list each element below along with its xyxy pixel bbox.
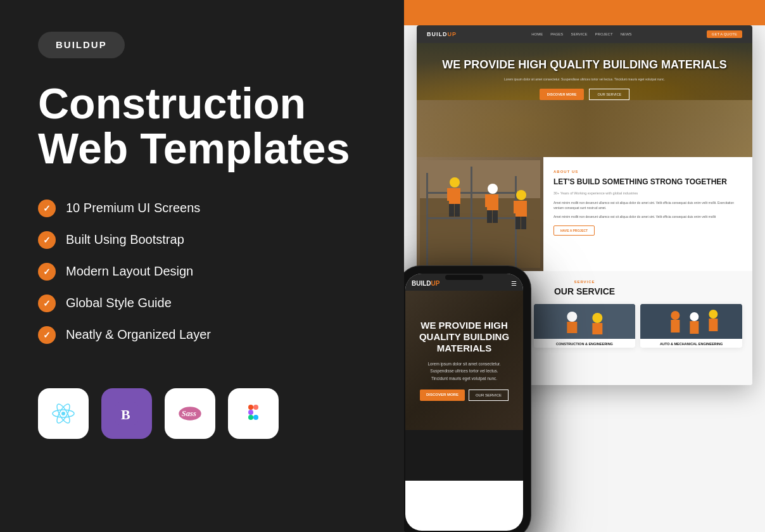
site-logo: BUILDUP xyxy=(427,31,457,37)
svg-rect-23 xyxy=(455,188,460,201)
service-card-2: CONSTRUCTION & ENGINEERING xyxy=(534,304,636,348)
svg-rect-25 xyxy=(455,204,460,217)
workers-svg xyxy=(420,160,540,268)
left-panel: BUILDUP Construction Web Templates 10 Pr… xyxy=(0,0,393,532)
about-label: ABOUT US xyxy=(553,170,742,174)
site-nav: BUILDUP HOME PAGES SERVICE PROJECT NEWS … xyxy=(417,25,752,43)
feature-item-3: Modern Layout Design xyxy=(38,263,355,281)
site-hero: WE PROVIDE HIGH QUALITY BUILDING MATERIA… xyxy=(417,43,752,157)
nav-home[interactable]: HOME xyxy=(531,32,543,36)
check-icon-2 xyxy=(38,231,56,249)
svg-rect-54 xyxy=(709,319,718,331)
svg-rect-22 xyxy=(447,188,452,201)
figma-icon-box xyxy=(228,388,279,439)
check-icon-4 xyxy=(38,294,56,312)
svg-rect-50 xyxy=(671,320,680,332)
feature-item-5: Neatly & Organized Layer xyxy=(38,326,355,344)
site-hero-sub: Lorem ipsum dolor sit amet consectetur. … xyxy=(429,77,740,81)
tech-icons-row: B Sass xyxy=(38,388,355,439)
bootstrap-icon-box: B xyxy=(101,388,152,439)
svg-rect-36 xyxy=(515,217,521,229)
site-logo-text: BUILD xyxy=(427,31,448,37)
service-card-img-2 xyxy=(534,304,636,339)
svg-point-44 xyxy=(567,312,577,322)
service-card-3: AUTO & MECHANICAL ENGINEERING xyxy=(640,304,742,348)
svg-rect-52 xyxy=(690,321,699,334)
site-hero-title: WE PROVIDE HIGH QUALITY BUILDING MATERIA… xyxy=(429,58,740,72)
phone-logo: BUILDUP xyxy=(412,280,439,287)
check-icon-1 xyxy=(38,200,56,217)
feature-label-5: Neatly & Organized Layer xyxy=(66,327,211,342)
svg-text:B: B xyxy=(121,407,130,422)
bootstrap-icon: B xyxy=(115,402,138,425)
svg-point-53 xyxy=(709,310,718,319)
feature-item-2: Built Using Bootstrap xyxy=(38,231,355,249)
hero-btn-service[interactable]: OUR SERVICE xyxy=(589,89,629,100)
svg-point-32 xyxy=(516,190,526,200)
nav-service[interactable]: SERVICE xyxy=(571,32,587,36)
svg-rect-18 xyxy=(426,192,517,194)
phone-bottom xyxy=(405,430,523,481)
phone-notch xyxy=(445,275,483,280)
phone-mockup: BUILDUP ☰ WE PROVIDE HIGH QUALITY BUILDI… xyxy=(404,266,531,532)
svg-rect-28 xyxy=(485,194,490,207)
about-cta-btn[interactable]: HAVE A PROJECT xyxy=(553,225,595,236)
phone-hero: WE PROVIDE HIGH QUALITY BUILDING MATERIA… xyxy=(405,291,523,430)
svg-rect-8 xyxy=(248,405,253,410)
phone-hero-sub-2: Suspendisse ultrices tortor vel lectus. xyxy=(427,367,500,374)
phone-hero-sub-3: Tincidunt mauris eget volutpat nunc. xyxy=(427,375,500,382)
nav-news[interactable]: NEWS xyxy=(621,32,632,36)
svg-rect-47 xyxy=(592,323,602,334)
site-logo-accent: UP xyxy=(448,31,457,37)
brand-badge-label: BUILDUP xyxy=(56,39,107,50)
right-panel: BUILDUP HOME PAGES SERVICE PROJECT NEWS … xyxy=(404,25,765,532)
nav-project[interactable]: PROJECT xyxy=(595,32,613,36)
orange-top-bar xyxy=(404,0,765,25)
phone-menu-icon[interactable]: ☰ xyxy=(511,280,517,287)
svg-rect-34 xyxy=(514,201,519,213)
svg-point-20 xyxy=(450,177,460,187)
react-icon xyxy=(51,401,76,426)
check-icon-5 xyxy=(38,326,56,344)
svg-rect-43 xyxy=(534,304,635,339)
phone-btn-discover[interactable]: DISCOVER MORE xyxy=(420,390,465,401)
feature-label-4: Global Style Guide xyxy=(66,296,172,310)
svg-rect-35 xyxy=(521,201,526,213)
feature-label-1: 10 Premium UI Screens xyxy=(66,201,200,215)
hero-btn-discover[interactable]: DISCOVER MORE xyxy=(540,89,585,100)
feature-item-4: Global Style Guide xyxy=(38,294,355,312)
svg-rect-24 xyxy=(449,204,454,217)
phone-hero-title: WE PROVIDE HIGH QUALITY BUILDING MATERIA… xyxy=(413,320,515,354)
sass-icon-box: Sass xyxy=(165,388,215,439)
check-icon-3 xyxy=(38,263,56,281)
phone-outer: BUILDUP ☰ WE PROVIDE HIGH QUALITY BUILDI… xyxy=(404,266,531,532)
about-text-2: Amet minim mollit non deserunt ullamco e… xyxy=(553,214,742,219)
svg-rect-37 xyxy=(521,217,526,229)
brand-badge: BUILDUP xyxy=(38,32,125,58)
svg-rect-10 xyxy=(248,410,253,415)
nav-pages[interactable]: PAGES xyxy=(550,32,563,36)
feature-label-3: Modern Layout Design xyxy=(66,264,193,279)
phone-hero-sub-1: Lorem ipsum dolor sit amet consectetur. xyxy=(427,360,500,367)
phone-logo-text: BUILD xyxy=(412,280,431,287)
svg-rect-29 xyxy=(493,194,498,207)
svg-rect-30 xyxy=(487,210,492,223)
about-content: ABOUT US LET'S BUILD SOMETHING STRONG TO… xyxy=(543,157,752,271)
service-card-img-3 xyxy=(640,304,742,339)
svg-rect-11 xyxy=(248,415,253,420)
svg-rect-9 xyxy=(253,405,258,410)
site-hero-content: WE PROVIDE HIGH QUALITY BUILDING MATERIA… xyxy=(417,43,752,115)
svg-point-51 xyxy=(690,312,699,321)
phone-logo-accent: UP xyxy=(431,280,440,287)
site-about: ABOUT US LET'S BUILD SOMETHING STRONG TO… xyxy=(417,157,752,271)
svg-point-12 xyxy=(253,415,258,420)
svg-point-49 xyxy=(671,311,680,320)
phone-btn-service[interactable]: OUR SERVICE xyxy=(469,390,509,401)
feature-label-2: Built Using Bootstrap xyxy=(66,232,184,247)
sass-icon: Sass xyxy=(178,402,202,426)
site-nav-cta[interactable]: GET A QUOTE xyxy=(707,30,742,38)
svg-rect-45 xyxy=(567,322,577,333)
svg-point-46 xyxy=(592,313,602,323)
react-icon-box xyxy=(38,388,89,439)
svg-point-26 xyxy=(488,184,498,194)
